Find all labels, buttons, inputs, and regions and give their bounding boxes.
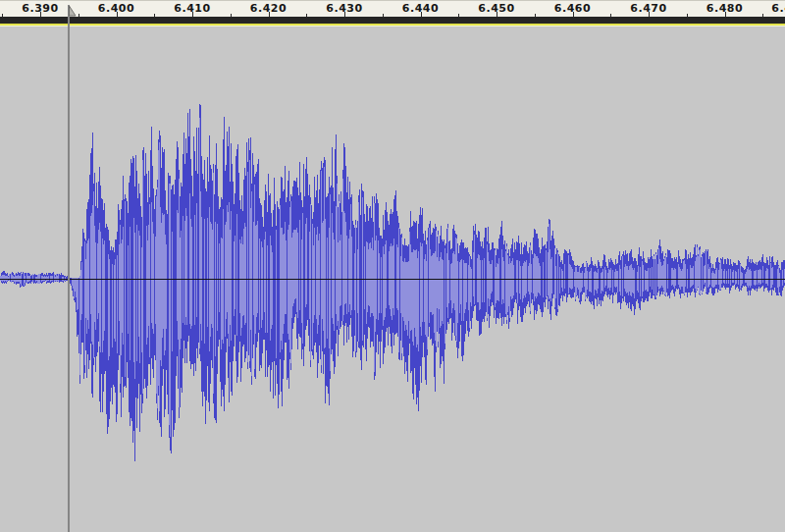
app-window: 6.3906.4006.4106.4206.4306.4406.4506.460… (0, 0, 785, 532)
playhead-cursor-line (68, 5, 70, 532)
timeline-ruler[interactable]: 6.3906.4006.4106.4206.4306.4406.4506.460… (0, 0, 785, 17)
zero-amplitude-line (0, 279, 785, 280)
cursor-flag-icon[interactable] (69, 6, 77, 17)
ruler-time-label: 6.490 (771, 2, 785, 15)
track-gap (0, 17, 785, 24)
